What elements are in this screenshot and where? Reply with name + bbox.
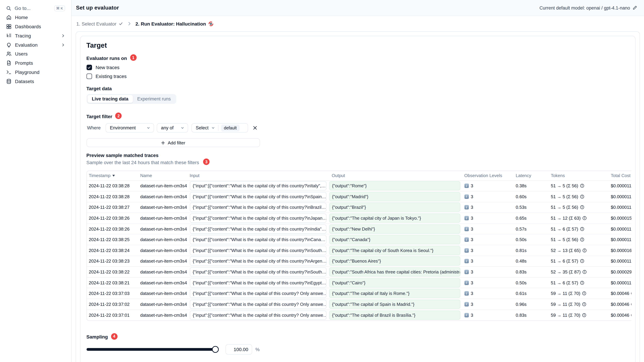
sidebar-item-evaluation[interactable]: Evaluation — [4, 40, 68, 49]
checkbox-unchecked[interactable] — [86, 73, 92, 79]
table-row[interactable]: 2024-11-22 03:38:23dataset-run-item-cm3s… — [87, 256, 631, 267]
cell-timestamp: 2024-11-22 03:38:22 — [87, 267, 140, 277]
wizard-card: Target Evaluator runs on 1 New tracesExi… — [76, 31, 640, 362]
column-header-timestamp[interactable]: Timestamp — [87, 171, 140, 180]
info-circle-icon — [580, 281, 584, 285]
preview-title: Preview sample matched traces — [86, 153, 629, 158]
cell-observation-levels: i3 — [464, 202, 516, 213]
add-filter-button[interactable]: Add filter — [86, 138, 260, 147]
info-icon: i — [464, 248, 469, 253]
info-icon: i — [464, 205, 469, 210]
breadcrumb-step2[interactable]: 2. Run Evaluator: Hallucination — [136, 21, 214, 26]
column-header-name[interactable]: Name — [140, 171, 190, 180]
cell-total-cost: $0.000011 — [611, 202, 631, 213]
sidebar-item-dashboards[interactable]: Dashboards — [4, 22, 68, 31]
table-row[interactable]: 2024-11-22 03:38:24dataset-run-item-cm3s… — [87, 245, 631, 256]
filter-column-select[interactable]: Environment — [106, 123, 154, 132]
cell-total-cost: $0.000011 — [611, 277, 631, 288]
column-header-output[interactable]: Output — [329, 171, 464, 180]
table-row[interactable]: 2024-11-22 03:38:27dataset-run-item-cm3s… — [87, 202, 631, 213]
sidebar: Go to... ⌘ K HomeDashboardsTracingEvalua… — [0, 0, 72, 362]
step-badge-4: 4 — [111, 333, 118, 340]
sidebar-item-tracing[interactable]: Tracing — [4, 31, 68, 40]
cell-tokens: 51 → 5 (Σ 56) — [551, 202, 611, 213]
info-circle-icon — [582, 313, 586, 317]
info-circle-icon — [582, 291, 586, 296]
info-icon: i — [464, 302, 469, 307]
cell-input: {"input":[{"content":"What is the capita… — [190, 267, 329, 277]
cell-total-cost: $0.000015 — [611, 213, 631, 224]
cell-output: {"output":"The capital city of South Kor… — [329, 245, 464, 256]
step-badge-3: 3 — [203, 159, 210, 165]
table-row[interactable]: 2024-11-22 03:37:03dataset-run-item-cm3s… — [87, 288, 631, 299]
info-circle-icon — [580, 194, 584, 199]
filter-value-select[interactable]: Select default — [191, 123, 248, 132]
chevron-down-icon — [146, 126, 150, 130]
cell-observation-levels: i3 — [464, 256, 516, 267]
checkbox-checked[interactable] — [86, 65, 92, 70]
cell-latency: 0.48s — [516, 256, 551, 267]
column-header-input[interactable]: Input — [190, 171, 329, 180]
cell-name: dataset-run-item-cm3s4 — [140, 213, 190, 224]
cell-latency: 0.50s — [516, 234, 551, 245]
chevron-right-icon — [61, 34, 65, 38]
column-header-tokens[interactable]: Tokens — [551, 171, 611, 180]
slider-thumb[interactable] — [212, 346, 218, 353]
cell-total-cost: $0.00046 — [611, 310, 631, 320]
users-icon — [6, 51, 12, 57]
sidebar-item-datasets[interactable]: Datasets — [4, 77, 68, 86]
cell-output: {"output":"Brazil"} — [329, 202, 464, 213]
table-row[interactable]: 2024-11-22 03:38:26dataset-run-item-cm3s… — [87, 224, 631, 234]
evaluator-logo-icon — [208, 21, 214, 26]
sampling-percent-input[interactable]: 100.00 — [226, 344, 252, 354]
tab-live-tracing-data[interactable]: Live tracing data — [88, 95, 133, 103]
cell-tokens: 51 → 5 (Σ 56) — [551, 234, 611, 245]
column-header-total-cost[interactable]: Total Cost — [611, 171, 631, 180]
table-row[interactable]: 2024-11-22 03:38:26dataset-run-item-cm3s… — [87, 213, 631, 224]
cell-name: dataset-run-item-cm3s4 — [140, 224, 190, 234]
cell-input: {"input":[{"content":"What is the capita… — [190, 180, 329, 191]
filter-operator-select[interactable]: any of — [156, 123, 188, 132]
column-header-latency[interactable]: Latency — [516, 171, 551, 180]
cell-output: {"output":"Rome"} — [329, 180, 464, 191]
table-row[interactable]: 2024-11-22 03:37:01dataset-run-item-cm3s… — [87, 310, 631, 320]
sidebar-item-playground[interactable]: Playground — [4, 68, 68, 77]
info-circle-icon — [580, 205, 584, 210]
target-data-label: Target data — [86, 86, 629, 91]
cell-timestamp: 2024-11-22 03:38:24 — [87, 245, 140, 256]
runs-on-options: New tracesExisting traces — [86, 63, 629, 80]
cell-name: dataset-run-item-cm3s4 — [140, 234, 190, 245]
table-row[interactable]: 2024-11-22 03:38:22dataset-run-item-cm3s… — [87, 267, 631, 277]
sidebar-item-home[interactable]: Home — [4, 13, 68, 22]
remove-filter-button[interactable] — [252, 125, 258, 130]
cell-name: dataset-run-item-cm3s4 — [140, 180, 190, 191]
tracing-icon — [6, 33, 12, 38]
cell-output: {"output":"New Delhi"} — [329, 224, 464, 234]
sidebar-item-prompts[interactable]: Prompts — [4, 58, 68, 68]
table-body: 2024-11-22 03:38:28dataset-run-item-cm3s… — [87, 180, 631, 320]
table-row[interactable]: 2024-11-22 03:38:28dataset-run-item-cm3s… — [87, 191, 631, 202]
cell-latency: 0.57s — [516, 224, 551, 234]
cell-latency: 0.60s — [516, 191, 551, 202]
goto-search[interactable]: Go to... ⌘ K — [4, 4, 68, 13]
cell-tokens: 51 → 6 (Σ 57) — [551, 224, 611, 234]
tab-experiment-runs[interactable]: Experiment runs — [133, 96, 175, 101]
info-icon: i — [464, 259, 469, 263]
cell-name: dataset-run-item-cm3s4 — [140, 202, 190, 213]
column-header-observation-levels[interactable]: Observation Levels — [464, 171, 516, 180]
table-row[interactable]: 2024-11-22 03:38:21dataset-run-item-cm3s… — [87, 277, 631, 288]
cell-input: {"input":[{"content":"What is the capita… — [190, 234, 329, 245]
info-icon: i — [464, 281, 469, 285]
sampling-slider[interactable] — [86, 348, 217, 351]
breadcrumb-step1[interactable]: 1. Select Evaluator — [76, 21, 123, 26]
cell-tokens: 51 → 6 (Σ 57) — [551, 277, 611, 288]
cell-total-cost: $0.00046 — [611, 288, 631, 299]
sidebar-item-users[interactable]: Users — [4, 49, 68, 58]
cell-latency: 0.53s — [516, 202, 551, 213]
edit-model-icon[interactable] — [632, 5, 637, 10]
cell-timestamp: 2024-11-22 03:38:23 — [87, 256, 140, 267]
table-row[interactable]: 2024-11-22 03:37:02dataset-run-item-cm3s… — [87, 299, 631, 310]
cell-total-cost: $0.000011 — [611, 180, 631, 191]
table-row[interactable]: 2024-11-22 03:38:25dataset-run-item-cm3s… — [87, 234, 631, 245]
table-row[interactable]: 2024-11-22 03:38:28dataset-run-item-cm3s… — [87, 180, 631, 191]
